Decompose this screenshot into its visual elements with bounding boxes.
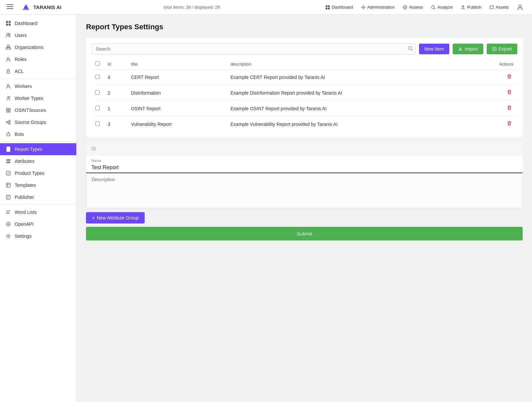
sidebar-item-roles[interactable]: Roles	[0, 53, 76, 65]
row-checkbox-cell	[91, 101, 104, 117]
workers-icon	[5, 83, 11, 89]
row-checkbox-cell	[91, 117, 104, 132]
svg-point-12	[519, 5, 521, 8]
svg-rect-11	[490, 6, 494, 9]
search-row: New Item Import Export	[91, 43, 517, 55]
settings-icon	[5, 233, 11, 239]
sidebar-item-dashboard[interactable]: Dashboard	[0, 17, 76, 29]
topnav-dashboard[interactable]: Dashboard	[322, 3, 356, 11]
svg-rect-28	[9, 108, 10, 110]
header-description: description	[226, 59, 472, 70]
sidebar-divider-1	[0, 79, 76, 79]
new-attribute-group-button[interactable]: + New Attribute Group	[86, 212, 145, 223]
sidebar-item-osint-sources[interactable]: OSINTSources	[0, 104, 76, 116]
sidebar-item-worker-types[interactable]: Worker Types	[0, 92, 76, 104]
sidebar-item-bots[interactable]: Bots	[0, 128, 76, 140]
acl-icon	[5, 68, 11, 74]
sidebar-item-settings[interactable]: Settings	[0, 230, 76, 242]
openapi-icon	[5, 221, 11, 227]
header-checkbox-cell	[91, 59, 104, 70]
sidebar-item-templates[interactable]: Templates	[0, 179, 76, 191]
dashboard-icon	[5, 20, 11, 26]
cell-actions	[472, 85, 517, 101]
word-lists-icon	[5, 209, 11, 215]
source-groups-icon	[5, 119, 11, 125]
svg-rect-27	[6, 111, 8, 112]
svg-rect-23	[7, 71, 10, 73]
roles-icon	[5, 56, 11, 62]
cell-title: Disinformation	[127, 85, 227, 101]
row-checkbox[interactable]	[95, 75, 100, 79]
submit-button[interactable]: Submit	[86, 227, 523, 240]
sidebar-item-users[interactable]: Users	[0, 29, 76, 41]
svg-point-31	[9, 120, 11, 122]
cell-title: CERT Report	[127, 70, 227, 85]
sidebar-item-openapi[interactable]: OpenAPI	[0, 218, 76, 230]
svg-rect-4	[326, 5, 327, 7]
sidebar-item-acl[interactable]: ACL	[0, 65, 76, 77]
delete-button[interactable]	[505, 89, 513, 97]
cell-actions	[472, 117, 517, 132]
sidebar-item-word-lists[interactable]: Word Lists	[0, 206, 76, 218]
svg-point-42	[8, 235, 9, 237]
sidebar-item-report-types[interactable]: Report Types	[0, 143, 76, 155]
svg-point-32	[9, 123, 11, 125]
user-profile-icon[interactable]	[513, 3, 527, 12]
select-all-checkbox[interactable]	[95, 61, 100, 66]
sidebar-item-publisher[interactable]: Publisher	[0, 191, 76, 203]
svg-point-22	[7, 58, 9, 60]
svg-point-3	[24, 6, 28, 9]
svg-point-30	[6, 122, 8, 123]
menu-icon[interactable]	[5, 2, 15, 12]
sidebar-item-organizations[interactable]: Organizations	[0, 41, 76, 53]
topnav-analyze[interactable]: Analyze	[428, 3, 456, 11]
header-title: title	[127, 59, 227, 70]
import-button[interactable]: Import	[453, 44, 483, 54]
cell-actions	[472, 101, 517, 117]
layout: Dashboard Users Organizations Roles	[0, 15, 532, 402]
topnav-assess[interactable]: Assess	[399, 3, 426, 11]
svg-point-18	[9, 33, 10, 35]
table-panel: New Item Import Export	[86, 38, 523, 137]
organizations-icon	[5, 44, 11, 50]
main-content: Report Types Settings New Item Import	[77, 15, 532, 402]
sidebar-item-workers[interactable]: Workers	[0, 80, 76, 92]
cell-title: OSINT Report	[127, 101, 227, 117]
sidebar-divider-3	[0, 204, 76, 205]
svg-point-17	[7, 33, 9, 35]
cell-id: 4	[104, 70, 127, 85]
search-input[interactable]	[91, 43, 416, 55]
delete-button[interactable]	[505, 120, 513, 128]
search-icon[interactable]	[408, 46, 413, 52]
templates-icon	[5, 182, 11, 188]
table-row: 2 Disinformation Example Disinformation …	[91, 85, 517, 101]
topnav-publish[interactable]: Publish	[457, 3, 485, 11]
svg-point-34	[8, 132, 9, 133]
new-item-button[interactable]: New Item	[419, 44, 449, 54]
delete-button[interactable]	[505, 73, 513, 81]
sidebar-item-product-types[interactable]: Product Types	[0, 167, 76, 179]
row-checkbox[interactable]	[95, 122, 100, 126]
cell-description: Example Vulnerability Report provided by…	[226, 117, 472, 132]
bottom-actions: + New Attribute Group Submit	[86, 212, 523, 240]
description-textarea[interactable]	[86, 174, 522, 207]
cell-title: Vulnerability Report	[127, 117, 227, 132]
svg-rect-1	[7, 6, 13, 7]
name-input[interactable]	[91, 164, 517, 171]
sidebar-divider-2	[0, 142, 76, 142]
sidebar: Dashboard Users Organizations Roles	[0, 15, 77, 402]
export-button[interactable]: Export	[487, 44, 517, 54]
sidebar-item-attributes[interactable]: Attributes	[0, 155, 76, 167]
svg-rect-44	[492, 47, 496, 51]
row-checkbox[interactable]	[95, 90, 100, 95]
attributes-icon	[5, 158, 11, 164]
topnav-assets[interactable]: Assets	[486, 3, 512, 11]
header-actions: Actions	[472, 59, 517, 70]
users-icon	[5, 32, 11, 38]
row-checkbox[interactable]	[95, 106, 100, 110]
topnav-administration[interactable]: Administration	[358, 3, 398, 11]
delete-button[interactable]	[505, 105, 513, 113]
sidebar-item-source-groups[interactable]: Source Groups	[0, 116, 76, 128]
svg-rect-20	[6, 48, 8, 49]
svg-point-8	[362, 6, 364, 8]
